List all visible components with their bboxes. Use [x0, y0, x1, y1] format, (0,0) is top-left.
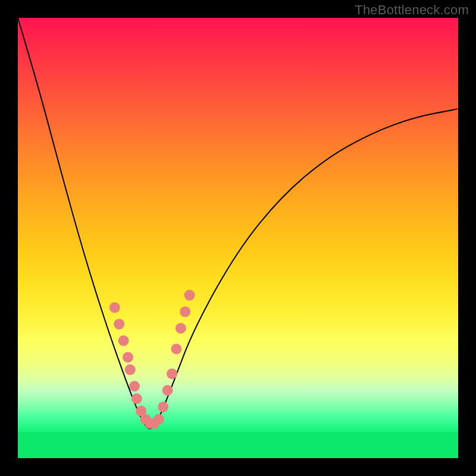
- chart-frame: [18, 18, 458, 458]
- curve-marker: [171, 344, 181, 355]
- curve-marker: [176, 323, 186, 334]
- curve-marker: [129, 381, 140, 392]
- curve-marker: [114, 319, 124, 330]
- curve-marker: [131, 393, 142, 404]
- chart-svg: [18, 18, 458, 458]
- curve-marker: [118, 336, 129, 346]
- curve-marker: [109, 302, 120, 313]
- curve-marker: [123, 352, 133, 362]
- curve-marker: [162, 385, 173, 396]
- penalty-curve: [18, 18, 458, 428]
- curve-marker: [180, 306, 190, 317]
- curve-marker: [184, 290, 195, 300]
- curve-marker: [125, 364, 136, 375]
- curve-marker: [158, 402, 168, 412]
- curve-marker: [154, 414, 164, 425]
- curve-marker: [167, 368, 177, 379]
- watermark-text: TheBottleneck.com: [355, 2, 469, 18]
